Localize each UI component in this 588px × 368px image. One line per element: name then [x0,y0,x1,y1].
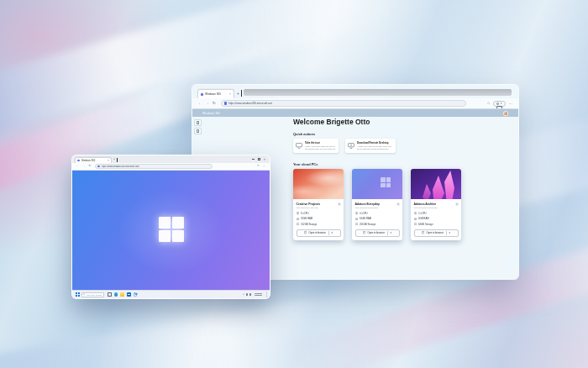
url-text: https://www.windows365.microsoft.com [102,166,139,168]
task-view-icon[interactable] [108,292,112,297]
site-favicon-icon [224,102,228,105]
nav-home-button[interactable] [194,119,202,126]
file-explorer-icon[interactable] [120,292,124,297]
minimize-icon[interactable] [252,159,255,160]
windows-logo [159,217,184,242]
open-in-browser-label: Open in browser [367,231,385,234]
forward-icon[interactable]: → [206,102,210,106]
cpu-icon [355,212,359,215]
browser-window-icon [363,231,366,234]
button-divider [387,231,388,235]
taskbar-search[interactable]: Type here to search [81,292,104,297]
quick-actions-label: Quick actions [293,132,500,136]
open-in-browser-button[interactable]: Open in browser ▾ [355,229,400,237]
edge-icon[interactable] [114,292,118,297]
ram-icon [297,218,300,221]
cloudpc-storage: 512GB Storage [301,223,317,226]
open-in-browser-button[interactable]: Open in browser ▾ [297,229,341,237]
taskbar-search-placeholder: Type here to search [87,294,102,296]
cloudpc-storage: 64GB Storage [418,223,433,226]
volume-icon[interactable] [249,293,251,295]
browser-window-remote: Windows 365 × + × ← → ↻ https://www.wind… [71,155,270,299]
cloud-pcs-label: Your cloud PCs [293,162,500,166]
quick-action-description: Happy you're here! Take the tour to get … [305,145,336,150]
tab-favicon-icon [77,160,80,162]
cpu-icon [297,212,300,215]
cloud-pc-row: Creative Projects Last launched 1 day ag… [293,169,500,240]
address-bar[interactable]: https://www.windows365.microsoft.com [221,100,466,107]
ram-icon [414,218,417,221]
tab-strip: Windows 365 × + × [72,155,270,163]
refresh-icon[interactable]: ↻ [213,102,216,106]
back-icon[interactable]: ← [198,102,202,106]
network-icon[interactable] [246,293,248,295]
quick-action-download-remote-desktop[interactable]: Download Remote Desktop Access your clou… [345,139,396,153]
settings-gear-icon[interactable] [396,202,400,206]
new-tab-icon[interactable]: + [237,92,239,96]
crystal-art [433,176,444,199]
avatar[interactable] [503,111,508,116]
browser-window-icon [304,231,307,234]
system-tray[interactable]: ^ [243,292,268,297]
nav-apps-button[interactable] [194,128,202,134]
cloudpc-wallpaper [352,169,402,199]
chevron-down-icon[interactable]: ▾ [391,232,392,234]
chevron-down-icon: ▾ [501,103,502,105]
storage-icon [355,223,359,226]
profile-button[interactable]: ▾ [493,101,505,107]
menu-icon[interactable]: … [509,102,513,106]
back-icon[interactable]: ← [76,165,79,167]
cloudpc-ram: 16GB RAM [360,217,371,220]
mail-icon[interactable] [134,292,138,297]
open-in-browser-button[interactable]: Open in browser ▾ [414,229,459,237]
ram-icon [355,218,359,221]
cloudpc-storage: 256GB Storage [360,223,375,226]
desktop-background: Windows 365 × + ← → ↻ https://www.window… [0,0,588,368]
home-icon [197,121,200,124]
app-title: Windows 365 [202,112,220,115]
cloudpc-card-creative-projects: Creative Projects Last launched 1 day ag… [293,169,344,240]
browser-tab[interactable]: Windows 365 × [197,89,234,98]
maximize-icon[interactable] [258,158,260,160]
settings-gear-icon[interactable] [338,202,341,206]
browser-toolbar: ← → ↻ https://www.windows365.microsoft.c… [72,163,270,171]
cloudpc-name: Adatum Everyday [355,202,381,206]
cloudpc-wallpaper [411,169,461,199]
button-divider [446,231,447,235]
menu-icon[interactable]: … [263,165,265,167]
taskbar-clock[interactable] [255,293,262,297]
settings-gear-icon[interactable] [455,202,459,206]
crystal-art [423,184,431,199]
tab-strip-empty [244,89,512,96]
show-desktop-button[interactable] [266,292,267,297]
address-bar[interactable]: https://www.windows365.microsoft.com [95,164,213,169]
quick-action-take-tour[interactable]: Take the tour Happy you're here! Take th… [293,139,339,153]
chevron-down-icon[interactable]: ▾ [449,232,451,234]
search-icon [83,293,86,296]
page-content: Welcome Brigette Otto Quick actions Take… [293,118,500,240]
cloudpc-name: Adatum Archive [414,202,437,206]
close-tab-icon[interactable]: × [229,93,231,96]
browser-toolbar: ← → ↻ https://www.windows365.microsoft.c… [192,98,518,109]
start-button[interactable] [76,292,80,297]
favorite-icon[interactable]: ☆ [486,102,490,106]
site-favicon-icon [97,166,100,168]
browser-tab[interactable]: Windows 365 × [75,157,112,163]
cloudpc-desktop[interactable]: Type here to search ^ [72,171,270,298]
refresh-icon[interactable]: ↻ [88,165,91,167]
store-icon[interactable] [127,292,131,297]
tab-title: Windows 365 [205,92,228,96]
tray-expand-icon[interactable]: ^ [243,294,244,296]
cpu-icon [414,212,417,215]
close-window-icon[interactable]: × [264,158,265,160]
chevron-down-icon[interactable]: ▾ [332,232,333,234]
favorite-icon[interactable]: ☆ [257,165,260,167]
close-tab-icon[interactable]: × [108,160,109,162]
forward-icon[interactable]: → [82,165,85,167]
cloudpc-card-adatum-everyday: Adatum Everyday Last launched 3 days ago… [352,169,402,240]
page-header: Windows 365 [192,109,518,117]
cloudpc-name: Creative Projects [297,202,321,206]
browser-window-icon [422,231,425,234]
apps-icon [197,129,200,133]
new-tab-icon[interactable]: + [113,157,115,161]
